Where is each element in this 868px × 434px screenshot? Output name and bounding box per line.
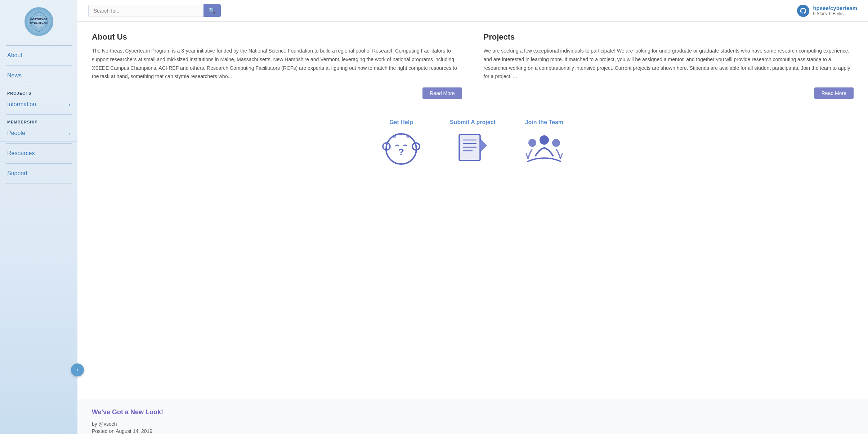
about-card: About Us The Northeast Cyberteam Program… bbox=[92, 32, 462, 99]
join-team-icon bbox=[524, 129, 564, 169]
projects-card-footer: Read More bbox=[484, 87, 854, 99]
logo-icon: NORTHEAST CYBERTEAM bbox=[25, 8, 53, 35]
svg-point-10 bbox=[406, 135, 410, 138]
github-info: hpsee/cyberteam 0 Stars 0 Forks bbox=[797, 5, 857, 17]
sidebar-section-membership: MEMBERSHIP bbox=[0, 116, 77, 125]
sidebar-item-news[interactable]: News bbox=[0, 67, 77, 84]
sidebar-nav: About News PROJECTS Information › MEMBER… bbox=[0, 47, 77, 185]
sidebar-item-about[interactable]: About bbox=[0, 47, 77, 64]
sidebar-item-news-label: News bbox=[7, 72, 22, 79]
github-repo: hpsee/cyberteam bbox=[813, 5, 857, 11]
join-team-label: Join the Team bbox=[525, 119, 563, 126]
projects-card-title: Projects bbox=[484, 32, 854, 42]
sidebar-item-resources-label: Resources bbox=[7, 150, 35, 157]
sidebar-item-resources[interactable]: Resources bbox=[0, 145, 77, 162]
sidebar-item-about-label: About bbox=[7, 52, 22, 59]
about-read-more-button[interactable]: Read More bbox=[422, 87, 462, 99]
sidebar-item-support-label: Support bbox=[7, 170, 27, 177]
chevron-left-icon: ‹ bbox=[76, 367, 78, 373]
main-content: 🔍 hpsee/cyberteam 0 Stars 0 Forks About … bbox=[77, 0, 868, 434]
submit-project-icon bbox=[453, 129, 492, 169]
svg-text:CYBERTEAM: CYBERTEAM bbox=[30, 22, 48, 24]
svg-point-20 bbox=[552, 139, 560, 147]
svg-text:NORTHEAST: NORTHEAST bbox=[30, 18, 47, 21]
about-card-title: About Us bbox=[92, 32, 462, 42]
sidebar-item-people-label: People bbox=[7, 130, 25, 136]
header: 🔍 hpsee/cyberteam 0 Stars 0 Forks bbox=[77, 0, 868, 22]
sidebar-toggle-button[interactable]: ‹ bbox=[71, 363, 84, 376]
sidebar-item-information[interactable]: Information › bbox=[0, 96, 77, 113]
action-submit-project[interactable]: Submit A project bbox=[450, 119, 496, 169]
search-input[interactable] bbox=[88, 5, 203, 17]
logo-circle: NORTHEAST CYBERTEAM bbox=[24, 7, 53, 36]
content-area: About Us The Northeast Cyberteam Program… bbox=[77, 22, 868, 399]
search-button[interactable]: 🔍 bbox=[203, 4, 221, 17]
get-help-label: Get Help bbox=[389, 119, 413, 126]
svg-line-22 bbox=[560, 154, 562, 159]
about-card-footer: Read More bbox=[92, 87, 462, 99]
svg-point-9 bbox=[393, 135, 396, 138]
action-get-help[interactable]: Get Help ? bbox=[381, 119, 421, 169]
news-section: We've Got a New Look! by @vsoch Posted o… bbox=[77, 399, 868, 434]
sidebar-section-projects: PROJECTS bbox=[0, 87, 77, 96]
chevron-right-icon: › bbox=[69, 102, 70, 107]
svg-point-18 bbox=[540, 135, 549, 145]
search-bar: 🔍 bbox=[88, 4, 221, 17]
projects-card-body: We are seeking a few exceptional individ… bbox=[484, 47, 854, 81]
github-text: hpsee/cyberteam 0 Stars 0 Forks bbox=[813, 5, 857, 16]
about-card-body: The Northeast Cyberteam Program is a 3-y… bbox=[92, 47, 462, 81]
news-date: Posted on August 14, 2019 bbox=[92, 428, 854, 434]
logo-area: NORTHEAST CYBERTEAM bbox=[0, 4, 77, 44]
news-title: We've Got a New Look! bbox=[92, 408, 854, 416]
action-join-team[interactable]: Join the Team bbox=[524, 119, 564, 169]
projects-card: Projects We are seeking a few exceptiona… bbox=[484, 32, 854, 99]
github-icon bbox=[797, 5, 809, 17]
cards-row: About Us The Northeast Cyberteam Program… bbox=[92, 32, 854, 99]
projects-read-more-button[interactable]: Read More bbox=[814, 87, 854, 99]
svg-point-19 bbox=[528, 139, 536, 147]
actions-row: Get Help ? bbox=[92, 112, 854, 180]
sidebar-item-support[interactable]: Support bbox=[0, 165, 77, 182]
news-author: by @vsoch bbox=[92, 421, 854, 427]
github-stats: 0 Stars 0 Forks bbox=[813, 11, 857, 16]
sidebar-item-information-label: Information bbox=[7, 101, 36, 108]
svg-text:?: ? bbox=[398, 146, 404, 157]
sidebar: NORTHEAST CYBERTEAM About News PROJECTS … bbox=[0, 0, 77, 434]
submit-project-label: Submit A project bbox=[450, 119, 496, 126]
get-help-icon: ? bbox=[381, 129, 421, 169]
chevron-right-icon-people: › bbox=[69, 131, 70, 136]
sidebar-item-people[interactable]: People › bbox=[0, 125, 77, 142]
svg-line-21 bbox=[526, 154, 528, 159]
search-icon: 🔍 bbox=[209, 7, 216, 14]
